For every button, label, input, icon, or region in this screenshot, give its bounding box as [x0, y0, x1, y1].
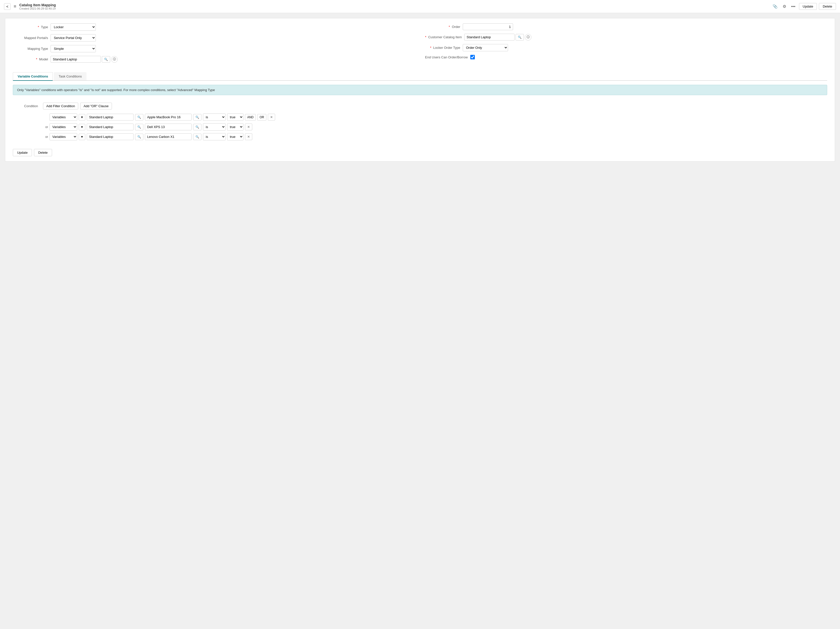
or-button-1[interactable]: OR: [257, 114, 266, 120]
model-info-button[interactable]: ⓘ: [111, 56, 118, 63]
model-row: * Model 🔍 ⓘ: [13, 56, 415, 63]
customer-catalog-item-label: * Customer Catalog Item: [425, 35, 462, 39]
end-users-label: End Users Can Order/Borrow: [425, 55, 468, 59]
locker-order-type-label: * Locker Order Type: [425, 46, 460, 49]
info-banner: Only "Variables" conditions with operato…: [13, 85, 827, 95]
condition-rows: Variables ▼ 🔍 🔍 is is not true false AND…: [13, 114, 827, 141]
cond-value-3[interactable]: true false: [227, 133, 243, 141]
mapping-type-row: Mapping Type Simple Advanced: [13, 45, 415, 52]
mapping-type-label: Mapping Type: [13, 47, 48, 51]
delete-header-button[interactable]: Delete: [819, 3, 836, 10]
remove-button-1[interactable]: ✕: [268, 114, 275, 120]
cond-category-1[interactable]: Variables: [49, 114, 77, 121]
cond-operator-2[interactable]: is is not: [203, 123, 226, 131]
order-row: * Order: [425, 24, 827, 30]
mapping-type-select[interactable]: Simple Advanced: [51, 45, 96, 52]
cond-catalog-value-1[interactable]: [145, 114, 192, 120]
condition-label: Condition: [13, 103, 38, 108]
more-button[interactable]: •••: [790, 3, 797, 10]
locker-order-type-select[interactable]: Order Only Borrow Only Order and Borrow: [463, 44, 508, 51]
update-header-button[interactable]: Update: [799, 3, 817, 10]
page-title: Catalog Item Mapping: [19, 3, 56, 7]
mapped-portals-row: Mapped Portal/s Service Portal Only All …: [13, 34, 415, 41]
tab-task-conditions[interactable]: Task Conditions: [54, 72, 87, 80]
order-input[interactable]: [463, 24, 513, 30]
cond-value-1[interactable]: true false: [227, 114, 243, 121]
condition-row-3: or Variables ▼ 🔍 🔍 is is not true false …: [43, 133, 827, 141]
condition-label-row: Condition Add Filter Condition Add "OR" …: [13, 103, 827, 109]
or-label-2: or: [43, 125, 48, 129]
cond-search-3[interactable]: 🔍: [135, 134, 143, 140]
form-grid: * Type Locker Standard Advanced Mapped P…: [13, 24, 827, 66]
order-label: * Order: [425, 25, 460, 29]
header-right: 📎 ⚙ ••• Update Delete: [771, 3, 836, 10]
cond-search-catalog-2[interactable]: 🔍: [193, 124, 201, 130]
end-users-row: End Users Can Order/Borrow: [425, 55, 827, 59]
condition-buttons: Add Filter Condition Add "OR" Clause: [43, 103, 112, 109]
header-left: < ≡ Catalog Item Mapping Created 2021-06…: [4, 3, 771, 10]
model-required: *: [36, 57, 37, 61]
model-label: * Model: [13, 57, 48, 61]
type-select[interactable]: Locker Standard Advanced: [51, 24, 96, 31]
settings-button[interactable]: ⚙: [781, 3, 788, 10]
cond-search-1[interactable]: 🔍: [135, 114, 143, 120]
add-or-clause-button[interactable]: Add "OR" Clause: [80, 103, 112, 109]
cond-variable-name-1[interactable]: [87, 114, 134, 120]
delete-footer-button[interactable]: Delete: [34, 149, 52, 156]
page-subtitle: Created 2021-06-29 02:40:19: [19, 7, 56, 10]
right-column: * Order * Customer Catalog Item 🔍 ⓘ: [425, 24, 827, 66]
main-content: * Type Locker Standard Advanced Mapped P…: [5, 18, 835, 161]
type-row: * Type Locker Standard Advanced: [13, 24, 415, 31]
add-filter-condition-button[interactable]: Add Filter Condition: [43, 103, 78, 109]
cond-search-catalog-1[interactable]: 🔍: [193, 114, 201, 120]
customer-catalog-item-row: * Customer Catalog Item 🔍 ⓘ: [425, 34, 827, 41]
cond-arrow-3[interactable]: ▼: [79, 134, 85, 140]
remove-button-2[interactable]: ✕: [245, 123, 252, 130]
cond-catalog-value-2[interactable]: [145, 123, 192, 130]
condition-section: Condition Add Filter Condition Add "OR" …: [13, 100, 827, 143]
cond-search-catalog-3[interactable]: 🔍: [193, 134, 201, 140]
order-required: *: [448, 25, 450, 29]
cond-variable-name-2[interactable]: [87, 123, 134, 130]
type-required: *: [38, 25, 39, 29]
model-search-button[interactable]: 🔍: [102, 56, 110, 63]
cond-search-2[interactable]: 🔍: [135, 124, 143, 130]
header-title-block: Catalog Item Mapping Created 2021-06-29 …: [19, 3, 56, 10]
cci-info-button[interactable]: ⓘ: [525, 34, 531, 41]
attachment-button[interactable]: 📎: [771, 3, 779, 10]
cond-arrow-2[interactable]: ▼: [79, 124, 85, 130]
cci-input-group: 🔍 ⓘ: [464, 34, 531, 41]
update-footer-button[interactable]: Update: [13, 149, 32, 156]
model-input-group: 🔍 ⓘ: [51, 56, 118, 63]
cond-category-2[interactable]: Variables: [49, 123, 77, 131]
menu-icon[interactable]: ≡: [14, 4, 16, 9]
lot-required: *: [430, 46, 431, 49]
tabs: Variable Conditions Task Conditions: [13, 72, 827, 81]
header: < ≡ Catalog Item Mapping Created 2021-06…: [0, 0, 840, 13]
mapped-portals-label: Mapped Portal/s: [13, 36, 48, 40]
end-users-checkbox[interactable]: [470, 55, 475, 59]
cci-search-button[interactable]: 🔍: [516, 34, 524, 41]
and-button-1[interactable]: AND: [245, 114, 256, 120]
left-column: * Type Locker Standard Advanced Mapped P…: [13, 24, 415, 66]
type-label: * Type: [13, 25, 48, 29]
cond-operator-1[interactable]: is is not: [203, 114, 226, 121]
cond-catalog-value-3[interactable]: [145, 133, 192, 140]
tab-variable-conditions[interactable]: Variable Conditions: [13, 72, 53, 81]
cond-category-3[interactable]: Variables: [49, 133, 77, 141]
remove-button-3[interactable]: ✕: [245, 133, 252, 140]
or-label-3: or: [43, 135, 48, 139]
footer-buttons: Update Delete: [13, 149, 827, 156]
cond-operator-3[interactable]: is is not: [203, 133, 226, 141]
mapped-portals-select[interactable]: Service Portal Only All Portals: [51, 34, 96, 41]
cond-value-2[interactable]: true false: [227, 123, 243, 131]
cci-required: *: [425, 35, 426, 39]
cond-arrow-1[interactable]: ▼: [79, 114, 85, 120]
customer-catalog-item-input[interactable]: [464, 34, 515, 41]
back-button[interactable]: <: [4, 3, 11, 10]
locker-order-type-row: * Locker Order Type Order Only Borrow On…: [425, 44, 827, 51]
model-input[interactable]: [51, 56, 101, 63]
condition-row-2: or Variables ▼ 🔍 🔍 is is not true false …: [43, 123, 827, 131]
cond-variable-name-3[interactable]: [87, 133, 134, 140]
condition-row-1: Variables ▼ 🔍 🔍 is is not true false AND…: [43, 114, 827, 121]
